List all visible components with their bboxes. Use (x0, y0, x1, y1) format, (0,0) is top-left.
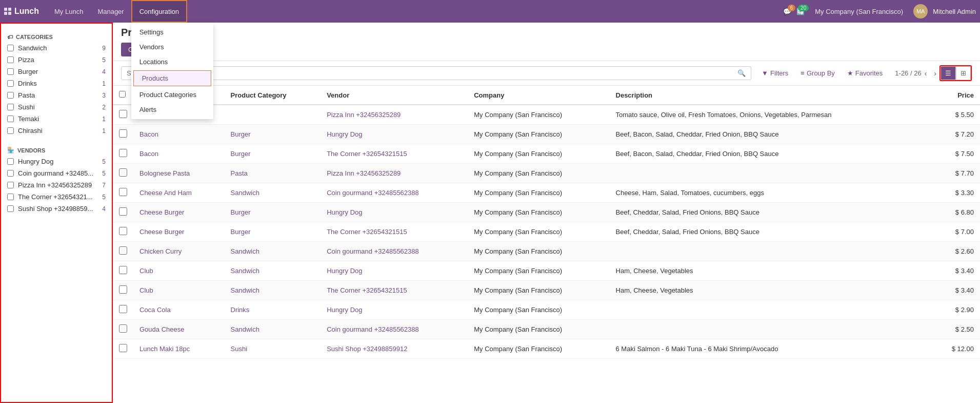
row-vendor[interactable]: Coin gourmand +32485562388 (321, 242, 468, 261)
row-product[interactable]: Cheese Burger (133, 203, 225, 222)
row-category[interactable]: Pasta (225, 164, 321, 183)
row-checkbox[interactable] (119, 305, 127, 313)
sidebar-item-burger[interactable]: Burger 4 (1, 66, 112, 78)
dropdown-settings[interactable]: Settings (131, 25, 213, 40)
sidebar-item-drinks[interactable]: Drinks 1 (1, 78, 112, 89)
dropdown-products[interactable]: Products (133, 70, 211, 86)
chat-icon-badge[interactable]: 💬 6 (783, 8, 791, 15)
row-vendor[interactable]: Sushi Shop +32498859912 (321, 339, 468, 359)
row-category[interactable]: Sushi (225, 339, 321, 359)
row-checkbox[interactable] (119, 168, 127, 177)
row-vendor[interactable]: Coin gourmand +32485562388 (321, 320, 468, 339)
prev-page-button[interactable]: ‹ (922, 67, 930, 80)
the-corner-checkbox[interactable] (7, 194, 14, 200)
row-category[interactable] (225, 105, 321, 125)
row-vendor[interactable]: The Corner +32654321515 (321, 144, 468, 164)
sidebar-item-sushi-shop[interactable]: Sushi Shop +32498859... 4 (1, 203, 112, 215)
groupby-button[interactable]: ≡ Group By (794, 67, 841, 80)
select-all-checkbox[interactable] (119, 91, 126, 98)
row-category[interactable]: Drinks (225, 300, 321, 320)
row-product[interactable]: Club (133, 261, 225, 281)
row-product[interactable]: Club (133, 281, 225, 300)
coin-gourmand-checkbox[interactable] (7, 170, 14, 177)
sidebar-item-temaki[interactable]: Temaki 1 (1, 113, 112, 125)
hungry-dog-checkbox[interactable] (7, 158, 14, 165)
row-checkbox[interactable] (119, 129, 127, 138)
sidebar-item-sushi[interactable]: Sushi 2 (1, 101, 112, 113)
row-checkbox[interactable] (119, 188, 127, 196)
row-vendor[interactable]: Hungry Dog (321, 203, 468, 222)
dropdown-locations[interactable]: Locations (131, 54, 213, 69)
row-category[interactable]: Burger (225, 144, 321, 164)
nav-configuration[interactable]: Configuration (131, 0, 187, 23)
dropdown-vendors[interactable]: Vendors (131, 40, 213, 54)
pizza-checkbox[interactable] (7, 56, 14, 63)
sidebar-item-chirashi[interactable]: Chirashi 1 (1, 125, 112, 137)
row-category[interactable]: Burger (225, 125, 321, 144)
sandwich-checkbox[interactable] (7, 45, 14, 51)
burger-checkbox[interactable] (7, 68, 14, 75)
sidebar-item-pasta[interactable]: Pasta 3 (1, 89, 112, 101)
pasta-checkbox[interactable] (7, 92, 14, 99)
row-vendor[interactable]: Hungry Dog (321, 125, 468, 144)
row-checkbox[interactable] (119, 266, 127, 274)
row-checkbox[interactable] (119, 285, 127, 294)
nav-manager[interactable]: Manager (90, 0, 131, 23)
row-checkbox[interactable] (119, 227, 127, 235)
avatar[interactable]: MA (913, 4, 928, 18)
header-description[interactable]: Description (610, 86, 931, 105)
row-checkbox[interactable] (119, 207, 127, 216)
dropdown-alerts[interactable]: Alerts (131, 102, 213, 117)
sidebar-item-coin-gourmand[interactable]: Coin gourmand +32485... 5 (1, 167, 112, 179)
update-icon-badge[interactable]: 🔄 20 (796, 8, 805, 15)
row-vendor[interactable]: Pizza Inn +32456325289 (321, 105, 468, 125)
pizza-inn-checkbox[interactable] (7, 182, 14, 188)
sidebar-item-sandwich[interactable]: Sandwich 9 (1, 42, 112, 54)
sidebar-item-the-corner[interactable]: The Corner +32654321... 5 (1, 191, 112, 203)
dropdown-product-categories[interactable]: Product Categories (131, 87, 213, 102)
header-company[interactable]: Company (468, 86, 609, 105)
row-vendor[interactable]: Hungry Dog (321, 261, 468, 281)
row-product[interactable]: Cheese And Ham (133, 183, 225, 203)
row-product[interactable]: Bolognese Pasta (133, 164, 225, 183)
brand[interactable]: Lunch (4, 7, 39, 16)
row-category[interactable]: Sandwich (225, 242, 321, 261)
row-product[interactable]: Gouda Cheese (133, 320, 225, 339)
nav-my-lunch[interactable]: My Lunch (47, 0, 90, 23)
row-vendor[interactable]: The Corner +32654321515 (321, 281, 468, 300)
row-checkbox[interactable] (119, 246, 127, 255)
header-category[interactable]: Product Category (225, 86, 321, 105)
row-vendor[interactable]: Hungry Dog (321, 300, 468, 320)
header-vendor[interactable]: Vendor (321, 86, 468, 105)
row-vendor[interactable]: Pizza Inn +32456325289 (321, 164, 468, 183)
row-vendor[interactable]: The Corner +32654321515 (321, 222, 468, 242)
row-product[interactable]: Coca Cola (133, 300, 225, 320)
row-product[interactable]: Bacon (133, 144, 225, 164)
next-page-button[interactable]: › (931, 67, 939, 80)
row-product[interactable]: Bacon (133, 125, 225, 144)
row-product[interactable]: Chicken Curry (133, 242, 225, 261)
row-category[interactable]: Sandwich (225, 320, 321, 339)
search-input[interactable] (127, 69, 737, 77)
favorites-button[interactable]: ★ Favorites (841, 67, 889, 80)
row-product[interactable]: Lunch Maki 18pc (133, 339, 225, 359)
sidebar-item-hungry-dog[interactable]: Hungry Dog 5 (1, 156, 112, 167)
row-category[interactable]: Burger (225, 203, 321, 222)
sidebar-item-pizza-inn[interactable]: Pizza Inn +32456325289 7 (1, 179, 112, 191)
chirashi-checkbox[interactable] (7, 127, 14, 134)
row-category[interactable]: Burger (225, 222, 321, 242)
sushi-shop-checkbox[interactable] (7, 205, 14, 212)
nav-configuration-dropdown[interactable]: Configuration Settings Vendors Locations… (131, 0, 187, 23)
drinks-checkbox[interactable] (7, 80, 14, 87)
sushi-checkbox[interactable] (7, 104, 14, 110)
row-category[interactable]: Sandwich (225, 183, 321, 203)
header-price[interactable]: Price (931, 86, 980, 105)
sidebar-item-pizza[interactable]: Pizza 5 (1, 54, 112, 66)
row-checkbox[interactable] (119, 324, 127, 333)
row-checkbox[interactable] (119, 344, 127, 352)
temaki-checkbox[interactable] (7, 116, 14, 122)
row-checkbox[interactable] (119, 149, 127, 157)
grid-view-button[interactable]: ⊞ (956, 66, 971, 80)
row-category[interactable]: Sandwich (225, 281, 321, 300)
list-view-button[interactable]: ☰ (941, 66, 956, 80)
